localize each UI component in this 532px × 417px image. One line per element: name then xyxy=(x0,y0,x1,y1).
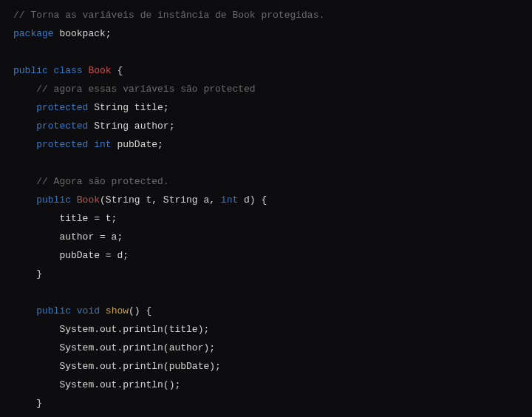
field-decl: pubDate; xyxy=(112,139,163,150)
comment-line: // agora essas variáveis são protected xyxy=(13,84,256,95)
stmt: System.out.println(author); xyxy=(13,342,215,353)
brace-close: } xyxy=(13,268,42,279)
brace-open: { xyxy=(112,65,123,76)
comment-line: // Torna as variáveis de instância de Bo… xyxy=(13,10,324,21)
ctor-sig: d) { xyxy=(238,194,267,206)
stmt: title = t; xyxy=(13,213,117,224)
ctor-sig: (String t, String a, xyxy=(100,194,221,206)
method-name: show xyxy=(100,305,129,316)
class-name: Book xyxy=(83,65,112,76)
keyword-public: public xyxy=(13,194,71,206)
keyword-class: class xyxy=(48,65,83,76)
field-decl: String author; xyxy=(88,121,174,132)
stmt: System.out.println(pubDate); xyxy=(13,361,221,372)
keyword-protected: protected xyxy=(13,121,88,132)
keyword-protected: protected xyxy=(13,139,88,150)
keyword-int: int xyxy=(221,194,238,206)
keyword-public: public xyxy=(13,305,71,316)
field-decl: String title; xyxy=(88,102,168,113)
code-block: // Torna as variáveis de instância de Bo… xyxy=(0,0,532,417)
package-name: bookpack; xyxy=(54,28,112,39)
constructor-name: Book xyxy=(71,194,100,206)
stmt: System.out.println(); xyxy=(13,379,180,390)
comment-line: // Agora são protected. xyxy=(13,176,169,187)
keyword-void: void xyxy=(71,305,100,316)
method-sig: () { xyxy=(129,305,151,316)
keyword-public: public xyxy=(13,65,48,76)
keyword-package: package xyxy=(13,28,54,39)
keyword-protected: protected xyxy=(13,102,88,113)
stmt: author = a; xyxy=(13,231,123,243)
keyword-int: int xyxy=(88,139,111,150)
stmt: System.out.println(title); xyxy=(13,324,209,335)
stmt: pubDate = d; xyxy=(13,250,129,261)
brace-close: } xyxy=(13,398,42,409)
